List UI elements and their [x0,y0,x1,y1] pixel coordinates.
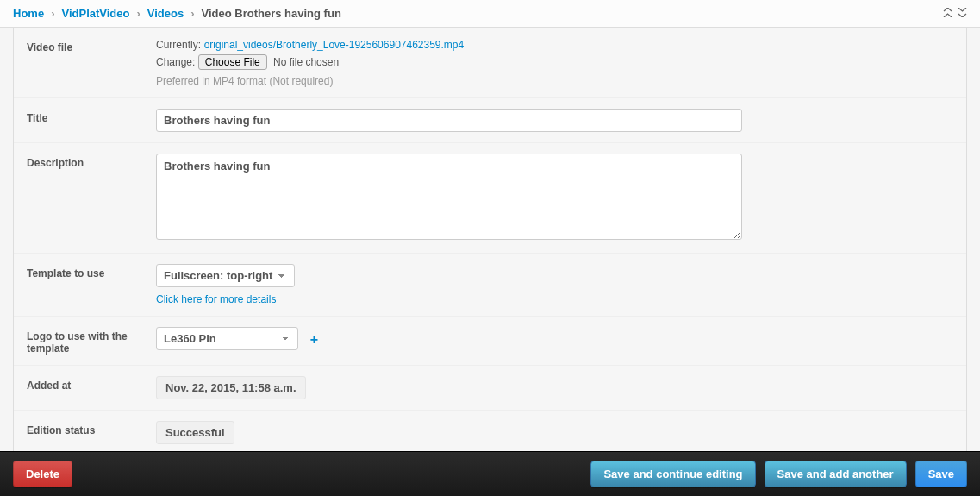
breadcrumb-bar: Home › VidPlatVideo › Videos › Video Bro… [0,0,980,28]
row-added-at: Added at Nov. 22, 2015, 11:58 a.m. [14,366,966,411]
form-panel: Video file Currently: original_videos/Br… [13,28,967,496]
row-video-file: Video file Currently: original_videos/Br… [14,28,966,98]
action-bar: Delete Save and continue editing Save an… [0,451,980,496]
delete-button[interactable]: Delete [13,461,72,487]
row-title: Title [14,98,966,143]
label-description: Description [27,154,156,169]
collapse-all-icon[interactable] [958,8,967,20]
added-at-value: Nov. 22, 2015, 11:58 a.m. [156,376,306,399]
template-help-link[interactable]: Click here for more details [156,293,276,305]
breadcrumb-model[interactable]: Videos [147,7,184,20]
current-file-link[interactable]: original_videos/Brotherly_Love-192560690… [204,39,465,51]
save-button[interactable]: Save [915,461,967,487]
currently-label: Currently: [156,39,201,51]
save-add-another-button[interactable]: Save and add another [765,461,907,487]
row-logo: Logo to use with the template Le360 Pin … [14,317,966,366]
row-template: Template to use Fullscreen: top-right Cl… [14,254,966,317]
chevron-right-icon: › [190,7,194,20]
file-status-text: No file chosen [273,56,339,68]
label-logo: Logo to use with the template [27,327,156,355]
video-file-help: Preferred in MP4 format (Not required) [156,75,953,87]
breadcrumb-home[interactable]: Home [13,7,44,20]
description-input[interactable] [156,154,742,240]
add-logo-button[interactable]: + [310,332,318,347]
change-label: Change: [156,56,195,68]
label-added-at: Added at [27,376,156,392]
chevron-right-icon: › [136,7,140,20]
breadcrumb-app[interactable]: VidPlatVideo [61,7,129,20]
label-title: Title [27,109,156,124]
template-select[interactable]: Fullscreen: top-right [156,264,295,287]
chevron-right-icon: › [51,7,54,20]
label-edition-status: Edition status [27,421,156,436]
label-template: Template to use [27,264,156,279]
logo-select[interactable]: Le360 Pin [156,327,298,350]
title-input[interactable] [156,109,742,132]
expand-all-icon[interactable] [943,8,952,20]
row-edition-status: Edition status Successful [14,411,966,455]
choose-file-button[interactable]: Choose File [198,54,267,70]
label-video-file: Video file [27,38,156,53]
breadcrumb: Home › VidPlatVideo › Videos › Video Bro… [13,7,341,20]
edition-status-value: Successful [156,421,234,444]
breadcrumb-current: Video Brothers having fun [202,7,341,20]
row-description: Description [14,143,966,254]
plus-icon: + [310,332,318,347]
save-continue-button[interactable]: Save and continue editing [590,461,755,487]
